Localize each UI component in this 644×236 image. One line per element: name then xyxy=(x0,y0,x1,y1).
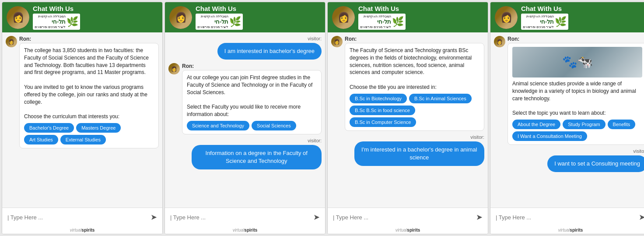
btn-about-degree[interactable]: About the Degree xyxy=(512,120,560,129)
logo-hebrew-2: תל-חי xyxy=(214,18,228,25)
powered-by-1: virtualspirits xyxy=(2,226,162,234)
header-title-2: Chat With Us xyxy=(196,5,243,13)
logo-icon-4: 🌿 xyxy=(555,16,567,28)
agent-mini-avatar-2: 👩 xyxy=(168,63,180,74)
avatar-4: 👩 xyxy=(495,6,518,29)
visitor-label-2a: visitor: xyxy=(168,36,322,41)
header-text-2: Chat With Us המכללה האקדמית תל-חי לשיר מ… xyxy=(196,5,243,30)
logo-sub2-1: לשיר מגינים ומרפאים xyxy=(35,25,66,29)
btn-animal-sci[interactable]: B.Sc in Animal Sciences xyxy=(409,94,472,103)
chat-messages-2: visitor: I am interested in bachelor's d… xyxy=(165,32,325,208)
btn-masters[interactable]: Masters Degree xyxy=(76,123,121,133)
agent-message-row-1: 👩 Ron: The college has 3,850 students in… xyxy=(6,36,159,148)
logo-sub-4: המכללה האקדמית תל-חי לשיר מגינים ומרפאים xyxy=(523,14,554,29)
btn-social-sci[interactable]: Social Sciences xyxy=(252,121,296,130)
logo-sub-text-2: המכללה האקדמית xyxy=(201,14,228,18)
visitor-bubble-2a: I am interested in bachelor's degree xyxy=(217,43,322,60)
header-logo-1: המכללה האקדמית תל-חי לשיר מגינים ומרפאים… xyxy=(33,14,80,30)
chat-footer-2: ➤ xyxy=(165,208,325,226)
logo-icon-1: 🌿 xyxy=(66,16,78,28)
agent-name-3: Ron: xyxy=(345,36,484,42)
type-input-2[interactable] xyxy=(170,214,311,221)
chat-header-1: 👩 Chat With Us המכללה האקדמית תל-חי לשיר… xyxy=(2,2,162,32)
animal-science-image: 🐾🐄 xyxy=(512,47,642,77)
agent-name-2: Ron: xyxy=(182,63,322,69)
avatar-1: 👩 xyxy=(7,6,29,29)
logo-sub-1: המכללה האקדמית תל-חי לשיר מגינים ומרפאים xyxy=(35,14,66,29)
header-title-4: Chat With Us xyxy=(521,5,568,13)
chat-widget-2: 👩 Chat With Us המכללה האקדמית תל-חי לשיר… xyxy=(164,2,326,234)
btn-benefits[interactable]: Benefits xyxy=(608,120,636,129)
avatar-2: 👩 xyxy=(169,6,192,29)
agent-mini-avatar-1: 👩 xyxy=(6,36,17,47)
header-text-4: Chat With Us המכללה האקדמית תל-חי לשיר מ… xyxy=(521,5,568,30)
logo-icon-3: 🌿 xyxy=(392,16,404,28)
button-row-2: Science and Technology Social Sciences xyxy=(187,121,317,130)
logo-sub2-2: לשיר מגינים ומרפאים xyxy=(197,25,228,29)
send-btn-1[interactable]: ➤ xyxy=(150,212,157,222)
chat-header-3: 👩 Chat With Us המכללה האקדמית תל-חי לשיר… xyxy=(328,2,488,32)
agent-avatar-img-4: 👩 xyxy=(495,6,518,29)
avatar-3: 👩 xyxy=(332,6,355,29)
button-row-3: B.Sc in Biotechnology B.Sc in Animal Sci… xyxy=(350,94,480,127)
chat-messages-3: 👩 Ron: The Faculty of Science and Techno… xyxy=(328,32,488,208)
visitor-label-4: visitor: xyxy=(494,148,644,154)
chat-widget-1: 👩 Chat With Us המכללה האקדמית תל-חי לשיר… xyxy=(2,2,163,234)
button-row-1: Bachelor's Degree Masters Degree Art Stu… xyxy=(24,123,154,144)
btn-consultation[interactable]: I Want a Consultation Meeting xyxy=(512,131,587,141)
type-input-1[interactable] xyxy=(7,214,148,221)
chat-footer-3: ➤ xyxy=(328,208,488,226)
visitor-bubble-4: I want to set a Consulting meeting xyxy=(547,155,644,172)
chat-widget-3: 👩 Chat With Us המכללה האקדמית תל-חי לשיר… xyxy=(327,2,488,234)
btn-art[interactable]: Art Studies xyxy=(24,135,58,144)
btn-external[interactable]: External Studies xyxy=(60,135,106,144)
header-logo-2: המכללה האקדמית תל-חי לשיר מגינים ומרפאים… xyxy=(196,14,243,30)
agent-message-row-3: 👩 Ron: The Faculty of Science and Techno… xyxy=(331,36,484,131)
chat-footer-4: ➤ xyxy=(490,208,644,226)
agent-bubble-2: At our college you can join First degree… xyxy=(182,70,322,134)
send-btn-2[interactable]: ➤ xyxy=(313,212,320,222)
type-input-4[interactable] xyxy=(496,214,636,221)
logo-icon-2: 🌿 xyxy=(229,16,241,28)
visitor-label-3: visitor: xyxy=(331,134,484,140)
btn-comp-sci[interactable]: B.Sc in Computer Science xyxy=(350,117,416,127)
agent-bubble-1: The college has 3,850 students in two fa… xyxy=(19,43,159,148)
logo-sub-2: המכללה האקדמית תל-חי לשיר מגינים ומרפאים xyxy=(197,14,228,29)
agent-name-1: Ron: xyxy=(19,36,159,42)
chat-widget-4: 👩 Chat With Us המכללה האקדמית תל-חי לשיר… xyxy=(490,2,644,234)
agent-avatar-img-2: 👩 xyxy=(169,6,192,29)
powered-by-2: virtualspirits xyxy=(165,226,325,234)
send-btn-4[interactable]: ➤ xyxy=(639,212,644,222)
btn-food-sci[interactable]: B.Sc B.Sc in food science xyxy=(350,106,415,115)
agent-bubble-wrap-3: Ron: The Faculty of Science and Technolo… xyxy=(345,36,484,131)
agent-message-row-2: 👩 Ron: At our college you can join First… xyxy=(168,63,322,134)
btn-bachelors[interactable]: Bachelor's Degree xyxy=(24,123,74,133)
powered-by-3: virtualspirits xyxy=(328,226,488,234)
powered-by-4: virtualspirits xyxy=(490,226,644,234)
btn-science-tech[interactable]: Science and Technology xyxy=(187,121,249,130)
agent-avatar-img-1: 👩 xyxy=(7,6,29,29)
agent-message-row-4: 👩 Ron: 🐾🐄 Animal science studies provide… xyxy=(494,36,644,145)
agent-bubble-3: The Faculty of Science and Technology gr… xyxy=(345,43,484,131)
agent-avatar-img-3: 👩 xyxy=(332,6,355,29)
header-logo-4: המכללה האקדמית תל-חי לשיר מגינים ומרפאים… xyxy=(521,14,568,30)
header-title-1: Chat With Us xyxy=(33,5,80,13)
btn-biotech[interactable]: B.Sc in Biotechnology xyxy=(350,94,407,103)
logo-sub-3: המכללה האקדמית תל-חי לשיר מגינים ומרפאים xyxy=(360,14,391,29)
chat-header-2: 👩 Chat With Us המכללה האקדמית תל-חי לשיר… xyxy=(165,2,325,32)
button-row-4: About the Degree Study Program Benefits … xyxy=(512,120,642,141)
btn-study-program[interactable]: Study Program xyxy=(563,120,605,129)
visitor-label-2b: visitor: xyxy=(168,138,322,143)
chat-header-4: 👩 Chat With Us המכללה האקדמית תל-חי לשיר… xyxy=(490,2,644,32)
agent-bubble-wrap-2: Ron: At our college you can join First d… xyxy=(182,63,322,134)
agent-mini-avatar-3: 👩 xyxy=(331,36,343,47)
send-btn-3[interactable]: ➤ xyxy=(476,212,483,222)
type-input-3[interactable] xyxy=(333,214,473,221)
header-text-3: Chat With Us המכללה האקדמית תל-חי לשיר מ… xyxy=(358,5,406,30)
agent-name-4: Ron: xyxy=(508,36,644,42)
visitor-bubble-3: I'm interested in a bachelor's degree in… xyxy=(354,141,485,166)
agent-mini-avatar-4: 👩 xyxy=(494,36,505,47)
chat-messages-4: 👩 Ron: 🐾🐄 Animal science studies provide… xyxy=(490,32,644,208)
agent-bubble-wrap-4: Ron: 🐾🐄 Animal science studies provide a… xyxy=(508,36,644,145)
header-title-3: Chat With Us xyxy=(358,5,406,13)
